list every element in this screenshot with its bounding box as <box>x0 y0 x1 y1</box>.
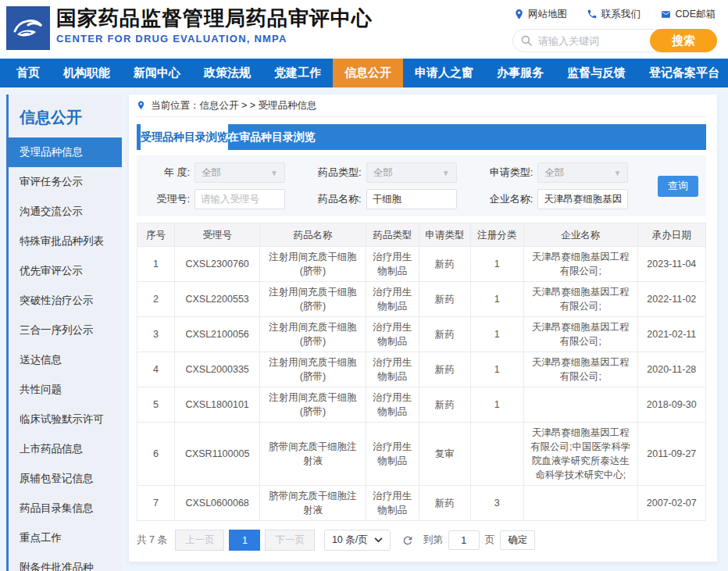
cell-apply-type: 新药 <box>419 352 471 387</box>
column-header: 承办日期 <box>637 223 705 247</box>
cell-date: 2021-02-11 <box>637 317 705 352</box>
cell-seq: 2 <box>137 282 175 317</box>
tab-bar: 受理品种目录浏览 在审品种目录浏览 <box>137 124 706 150</box>
query-button[interactable]: 查询 <box>658 176 698 197</box>
cell-company: 天津昂赛细胞基因工程有限公司; <box>524 247 638 282</box>
sitemap-link[interactable]: 网站地图 <box>514 8 567 21</box>
column-header: 申请类型 <box>419 223 471 247</box>
cell-drug-type: 治疗用生物制品 <box>366 423 419 486</box>
company-label: 企业名称: <box>484 192 533 206</box>
results-table: 序号 受理号 药品名称 药品类型 申请类型 注册分类 企业名称 承办日期 1 C… <box>137 223 706 521</box>
nav-item-news[interactable]: 新闻中心 <box>122 59 192 87</box>
sidebar-item-clinical-trial-license[interactable]: 临床试验默示许可 <box>9 405 122 434</box>
cell-seq: 6 <box>137 423 175 486</box>
apply-type-select[interactable]: 全部▼ <box>537 162 628 183</box>
cell-date: 2020-11-28 <box>637 352 705 387</box>
drug-type-select[interactable]: 全部▼ <box>366 162 457 183</box>
table-row: 5 CXSL1800101 注射用间充质干细胞(脐带) 治疗用生物制品 新药 1… <box>137 387 706 423</box>
sidebar-item-accepted-varieties[interactable]: 受理品种信息 <box>9 137 122 167</box>
contact-link[interactable]: 联系我们 <box>587 8 641 21</box>
cell-seq: 3 <box>137 317 175 352</box>
cell-company: 天津昂赛细胞基因工程有限公司;中国医学科学院血液学研究所泰达生命科学技术研究中心… <box>524 423 638 486</box>
filter-panel: 年 度: 全部▼ 药品类型: 全部▼ 申请类型: <box>137 155 706 216</box>
accept-no-input[interactable] <box>194 189 285 209</box>
sidebar-item-communication[interactable]: 沟通交流公示 <box>9 197 122 227</box>
goto-page-input[interactable] <box>448 530 480 550</box>
tab-accepted-catalog[interactable]: 受理品种目录浏览 <box>141 124 228 150</box>
cell-accept-no: CXSL2100056 <box>175 317 260 352</box>
nav-item-supervision[interactable]: 监督与反馈 <box>555 59 637 87</box>
page-size-select[interactable]: 10 条/页 <box>324 530 391 551</box>
page-size-value: 10 条/页 <box>332 534 368 547</box>
cell-date: 2011-09-27 <box>637 423 705 486</box>
tab-under-review-catalog[interactable]: 在审品种目录浏览 <box>228 124 316 150</box>
sidebar-item-marketed-drugs[interactable]: 上市药品信息 <box>9 434 122 464</box>
page: 国家药品监督管理局药品审评中心 CENTER FOR DRUG EVALUATI… <box>0 0 728 571</box>
nav-item-org[interactable]: 机构职能 <box>52 59 122 87</box>
sidebar-item-review-tasks[interactable]: 审评任务公示 <box>9 167 122 197</box>
page-number-button[interactable]: 1 <box>229 530 260 551</box>
cell-drug-type: 治疗用生物制品 <box>366 282 419 317</box>
nav-item-party[interactable]: 党建工作 <box>262 59 333 87</box>
main-panel: 当前位置：信息公开 > > 受理品种信息 受理品种目录浏览 在审品种目录浏览 年… <box>129 95 717 562</box>
sidebar-item-special-approval[interactable]: 特殊审批品种列表 <box>9 227 122 256</box>
cell-accept-no: CXSL2200553 <box>175 282 260 317</box>
sidebar-item-delivery-info[interactable]: 送达信息 <box>9 345 122 375</box>
cell-company <box>524 387 638 423</box>
table-row: 2 CXSL2200553 注射用间充质干细胞(脐带) 治疗用生物制品 新药 1… <box>137 282 706 317</box>
cell-accept-no: CXSL2300760 <box>175 247 260 282</box>
cell-company: 天津昂赛细胞基因工程有限公司; <box>524 282 638 317</box>
cell-drug-name: 注射用间充质干细胞(脐带) <box>260 247 366 282</box>
sidebar-item-key-work[interactable]: 重点工作 <box>9 523 122 553</box>
cell-reg-class <box>470 423 523 486</box>
pagination: 共 7 条 上一页 1 下一页 10 条/页 到第 页 确定 <box>137 530 706 551</box>
year-select-value: 全部 <box>202 166 221 180</box>
phone-icon <box>587 9 598 20</box>
map-pin-icon <box>137 100 145 111</box>
sidebar-item-conditional-approval[interactable]: 附条件批准品种 <box>9 553 122 571</box>
mail-icon <box>660 9 672 20</box>
accept-no-label: 受理号: <box>141 192 190 206</box>
column-header: 企业名称 <box>524 223 638 247</box>
cell-company <box>524 486 638 521</box>
cell-drug-type: 治疗用生物制品 <box>366 486 419 521</box>
cde-mail-link[interactable]: CDE邮箱 <box>660 8 716 21</box>
site-header: 国家药品监督管理局药品审评中心 CENTER FOR DRUG EVALUATI… <box>0 0 728 59</box>
cell-date: 2022-11-02 <box>637 282 705 317</box>
nav-item-info-disclosure[interactable]: 信息公开 <box>333 59 403 87</box>
table-row: 4 CXSL2000335 注射用间充质干细胞(脐带) 治疗用生物制品 新药 1… <box>137 352 706 387</box>
cell-drug-type: 治疗用生物制品 <box>366 317 419 352</box>
company-input[interactable] <box>537 189 628 209</box>
cell-apply-type: 新药 <box>419 317 471 352</box>
drug-name-input[interactable] <box>366 189 457 209</box>
nav-item-services[interactable]: 办事服务 <box>485 59 555 87</box>
sidebar-item-drug-catalog[interactable]: 药品目录集信息 <box>9 494 122 523</box>
refresh-icon[interactable] <box>401 534 414 547</box>
goto-confirm-button[interactable]: 确定 <box>500 530 535 550</box>
sidebar-item-priority-review[interactable]: 优先审评公示 <box>9 256 122 286</box>
header-right: 网站地图 联系我们 CDE邮箱 搜索 <box>512 6 717 52</box>
brand-block: 国家药品监督管理局药品审评中心 CENTER FOR DRUG EVALUATI… <box>56 5 373 45</box>
sidebar-item-common-issues[interactable]: 共性问题 <box>9 375 122 405</box>
prev-page-button[interactable]: 上一页 <box>175 530 225 551</box>
sidebar-item-excipient-registration[interactable]: 原辅包登记信息 <box>9 464 122 494</box>
column-header: 药品名称 <box>260 223 366 247</box>
nav-item-policy[interactable]: 政策法规 <box>192 59 262 87</box>
cell-drug-name: 注射用间充质干细胞(脐带) <box>260 352 366 387</box>
next-page-button[interactable]: 下一页 <box>265 530 315 551</box>
cell-apply-type: 复审 <box>419 423 471 486</box>
sidebar-item-three-in-one[interactable]: 三合一序列公示 <box>9 316 122 345</box>
search-icon <box>520 34 533 47</box>
swan-logo-icon <box>11 11 45 45</box>
cell-reg-class: 1 <box>470 352 523 387</box>
nav-item-home[interactable]: 首页 <box>5 59 52 87</box>
nav-item-applicant[interactable]: 申请人之窗 <box>403 59 485 87</box>
sidebar-item-breakthrough-therapy[interactable]: 突破性治疗公示 <box>9 286 122 316</box>
year-select[interactable]: 全部▼ <box>194 162 285 183</box>
nav-item-registration-platform[interactable]: 登记备案平台 <box>637 59 728 87</box>
cell-accept-no: CXSL1800101 <box>175 387 260 423</box>
cell-apply-type: 新药 <box>419 247 471 282</box>
chevron-down-icon: ▼ <box>613 169 621 177</box>
search-button[interactable]: 搜索 <box>650 29 717 52</box>
cell-drug-name: 注射用间充质干细胞(脐带) <box>260 387 366 423</box>
